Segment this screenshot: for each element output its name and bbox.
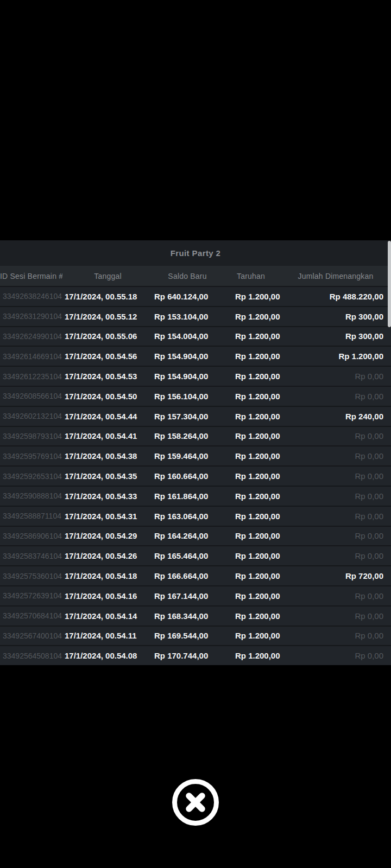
bet-cell: Rp 1.200,00 [222,531,280,540]
table-row: 33492575360104 17/1/2024, 00.54.18 Rp 16… [0,565,391,585]
date-cell: 17/1/2024, 00.54.53 [62,372,153,381]
amount-won-cell: Rp 1.200,00 [280,352,391,361]
amount-won-cell: Rp 0,00 [280,531,391,540]
table-row: 33492608566104 17/1/2024, 00.54.50 Rp 15… [0,386,391,406]
new-balance-cell: Rp 158.264,00 [153,431,222,441]
session-id-cell: 33492572639104 [0,591,62,600]
session-id-cell: 33492614669104 [0,352,62,361]
column-header-date: Tanggal [62,272,153,280]
new-balance-cell: Rp 154.004,00 [153,331,222,341]
new-balance-cell: Rp 167.144,00 [153,591,222,601]
session-id-cell: 33492608566104 [0,392,62,400]
new-balance-cell: Rp 164.264,00 [153,531,222,540]
amount-won-cell: Rp 0,00 [280,372,391,381]
session-id-cell: 33492590888104 [0,492,62,500]
table-row: 33492590888104 17/1/2024, 00.54.33 Rp 16… [0,486,391,506]
bet-cell: Rp 1.200,00 [222,591,280,601]
new-balance-cell: Rp 154.904,00 [153,352,222,361]
table-row: 33492602132104 17/1/2024, 00.54.44 Rp 15… [0,406,391,426]
session-id-cell: 33492570684104 [0,611,62,620]
table-row: 33492612235104 17/1/2024, 00.54.53 Rp 15… [0,366,391,386]
bet-cell: Rp 1.200,00 [222,631,280,640]
new-balance-cell: Rp 640.124,00 [153,292,222,301]
session-history-modal: Fruit Party 2 ID Sesi Bermain # Tanggal … [0,240,391,665]
bet-cell: Rp 1.200,00 [222,512,280,521]
amount-won-cell: Rp 0,00 [280,631,391,640]
amount-won-cell: Rp 0,00 [280,392,391,401]
table-row: 33492583746104 17/1/2024, 00.54.26 Rp 16… [0,545,391,565]
close-icon [172,778,219,826]
table-row: 33492595769104 17/1/2024, 00.54.38 Rp 15… [0,445,391,465]
session-id-cell: 33492592653104 [0,472,62,481]
session-id-cell: 33492575360104 [0,572,62,580]
new-balance-cell: Rp 157.304,00 [153,412,222,421]
amount-won-cell: Rp 720,00 [280,571,391,580]
new-balance-cell: Rp 153.104,00 [153,312,222,321]
date-cell: 17/1/2024, 00.54.38 [62,451,153,461]
bet-cell: Rp 1.200,00 [222,611,280,621]
session-id-cell: 33492564508104 [0,652,62,660]
table-row: 33492572639104 17/1/2024, 00.54.16 Rp 16… [0,585,391,605]
session-id-cell: 33492612235104 [0,372,62,381]
date-cell: 17/1/2024, 00.55.12 [62,312,153,321]
session-id-cell: 33492586906104 [0,532,62,540]
bet-cell: Rp 1.200,00 [222,451,280,461]
table-header: ID Sesi Bermain # Tanggal Saldo Baru Tar… [0,266,391,286]
new-balance-cell: Rp 168.344,00 [153,611,222,621]
session-id-cell: 33492624990104 [0,332,62,341]
new-balance-cell: Rp 170.744,00 [153,651,222,660]
date-cell: 17/1/2024, 00.54.11 [62,631,153,640]
table-row: 33492588871104 17/1/2024, 00.54.31 Rp 16… [0,506,391,526]
date-cell: 17/1/2024, 00.54.08 [62,651,153,660]
amount-won-cell: Rp 0,00 [280,611,391,621]
table-row: 33492631290104 17/1/2024, 00.55.12 Rp 15… [0,306,391,326]
scrollbar-thumb[interactable] [388,241,391,327]
new-balance-cell: Rp 154.904,00 [153,372,222,381]
bet-cell: Rp 1.200,00 [222,372,280,381]
date-cell: 17/1/2024, 00.54.35 [62,471,153,481]
amount-won-cell: Rp 0,00 [280,431,391,441]
new-balance-cell: Rp 160.664,00 [153,471,222,481]
session-id-cell: 33492638246104 [0,292,62,301]
bet-cell: Rp 1.200,00 [222,392,280,401]
amount-won-cell: Rp 0,00 [280,471,391,481]
amount-won-cell: Rp 0,00 [280,651,391,660]
table-row: 33492598793104 17/1/2024, 00.54.41 Rp 15… [0,426,391,446]
amount-won-cell: Rp 300,00 [280,312,391,321]
date-cell: 17/1/2024, 00.55.18 [62,292,153,301]
close-button[interactable] [172,778,219,826]
bet-cell: Rp 1.200,00 [222,431,280,441]
new-balance-cell: Rp 156.104,00 [153,392,222,401]
column-header-session-id: ID Sesi Bermain # [0,272,62,280]
table-row: 33492638246104 17/1/2024, 00.55.18 Rp 64… [0,286,391,306]
column-header-bet: Taruhan [222,272,280,280]
bet-cell: Rp 1.200,00 [222,571,280,580]
date-cell: 17/1/2024, 00.54.33 [62,492,153,501]
date-cell: 17/1/2024, 00.54.29 [62,531,153,540]
session-id-cell: 33492598793104 [0,432,62,441]
game-title: Fruit Party 2 [171,248,221,258]
bet-cell: Rp 1.200,00 [222,331,280,341]
new-balance-cell: Rp 169.544,00 [153,631,222,640]
amount-won-cell: Rp 240,00 [280,412,391,421]
amount-won-cell: Rp 300,00 [280,331,391,341]
bet-cell: Rp 1.200,00 [222,412,280,421]
amount-won-cell: Rp 488.220,00 [280,292,391,301]
date-cell: 17/1/2024, 00.54.56 [62,352,153,361]
date-cell: 17/1/2024, 00.54.41 [62,431,153,441]
table-row: 33492624990104 17/1/2024, 00.55.06 Rp 15… [0,326,391,346]
session-id-cell: 33492583746104 [0,552,62,560]
session-id-cell: 33492602132104 [0,412,62,420]
column-header-amount-won: Jumlah Dimenangkan [280,272,391,280]
date-cell: 17/1/2024, 00.54.16 [62,591,153,601]
amount-won-cell: Rp 0,00 [280,492,391,501]
table-body: 33492638246104 17/1/2024, 00.55.18 Rp 64… [0,286,391,665]
date-cell: 17/1/2024, 00.54.50 [62,392,153,401]
new-balance-cell: Rp 165.464,00 [153,551,222,560]
new-balance-cell: Rp 163.064,00 [153,512,222,521]
bet-cell: Rp 1.200,00 [222,471,280,481]
bet-cell: Rp 1.200,00 [222,492,280,501]
session-id-cell: 33492595769104 [0,452,62,461]
app-screen: { "modal": { "title": "Fruit Party 2", "… [0,0,391,868]
table-row: 33492586906104 17/1/2024, 00.54.29 Rp 16… [0,526,391,546]
